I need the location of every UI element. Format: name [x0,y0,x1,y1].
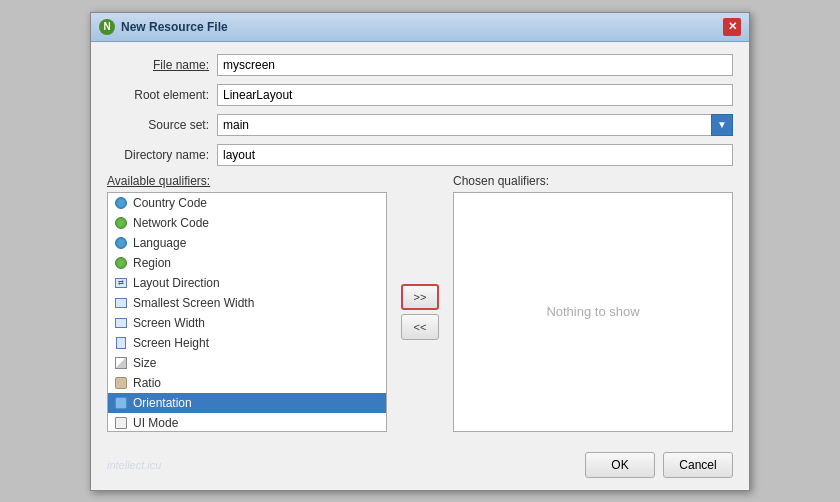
source-set-container: main ▼ [217,114,733,136]
list-item[interactable]: Region [108,253,386,273]
source-set-arrow[interactable]: ▼ [711,114,733,136]
file-name-input[interactable] [217,54,733,76]
dialog-body: File name: Root element: Source set: mai… [91,42,749,444]
remove-qualifier-button[interactable]: << [401,314,439,340]
file-name-row: File name: [107,54,733,76]
smallest-screen-width-icon [114,296,128,310]
source-set-label: Source set: [107,118,217,132]
root-element-row: Root element: [107,84,733,106]
ratio-icon [114,376,128,390]
size-icon [114,356,128,370]
source-set-select[interactable]: main [217,114,712,136]
dialog-title: New Resource File [121,20,228,34]
globe-icon [114,196,128,210]
directory-name-row: Directory name: [107,144,733,166]
title-bar: N New Resource File ✕ [91,13,749,42]
ok-button[interactable]: OK [585,452,655,478]
list-item[interactable]: Country Code [108,193,386,213]
chosen-qualifiers-label: Chosen qualifiers: [453,174,733,188]
transfer-buttons: >> << [395,192,445,432]
list-item[interactable]: Size [108,353,386,373]
screen-height-icon [114,336,128,350]
list-item[interactable]: Screen Height [108,333,386,353]
available-qualifiers-panel: Available qualifiers: Country Code Netwo… [107,174,387,432]
source-set-row: Source set: main ▼ [107,114,733,136]
layout-direction-icon: ⇄ [114,276,128,290]
directory-name-input[interactable] [217,144,733,166]
nothing-to-show-text: Nothing to show [546,304,639,319]
cancel-button[interactable]: Cancel [663,452,733,478]
list-item[interactable]: Language [108,233,386,253]
list-item[interactable]: Smallest Screen Width [108,293,386,313]
app-icon: N [99,19,115,35]
orientation-icon [114,396,128,410]
list-item[interactable]: Network Code [108,213,386,233]
file-name-label: File name: [107,58,217,72]
ui-mode-icon [114,416,128,430]
available-qualifiers-label: Available qualifiers: [107,174,387,188]
list-item-orientation[interactable]: Orientation [108,393,386,413]
dialog-footer: intellect.icu OK Cancel [91,444,749,490]
list-item[interactable]: Ratio [108,373,386,393]
footer-logo: intellect.icu [107,459,577,471]
list-item[interactable]: UI Mode [108,413,386,432]
qualifiers-section: Available qualifiers: Country Code Netwo… [107,174,733,432]
close-button[interactable]: ✕ [723,18,741,36]
screen-width-icon [114,316,128,330]
chosen-qualifiers-list[interactable]: Nothing to show [453,192,733,432]
root-element-input[interactable] [217,84,733,106]
language-icon [114,236,128,250]
add-qualifier-button[interactable]: >> [401,284,439,310]
available-qualifiers-list[interactable]: Country Code Network Code Language [107,192,387,432]
chosen-qualifiers-panel: Chosen qualifiers: Nothing to show [453,174,733,432]
region-icon [114,256,128,270]
network-icon [114,216,128,230]
title-bar-left: N New Resource File [99,19,228,35]
list-item[interactable]: Screen Width [108,313,386,333]
directory-name-label: Directory name: [107,148,217,162]
list-item[interactable]: ⇄ Layout Direction [108,273,386,293]
new-resource-file-dialog: N New Resource File ✕ File name: Root el… [90,12,750,491]
root-element-label: Root element: [107,88,217,102]
